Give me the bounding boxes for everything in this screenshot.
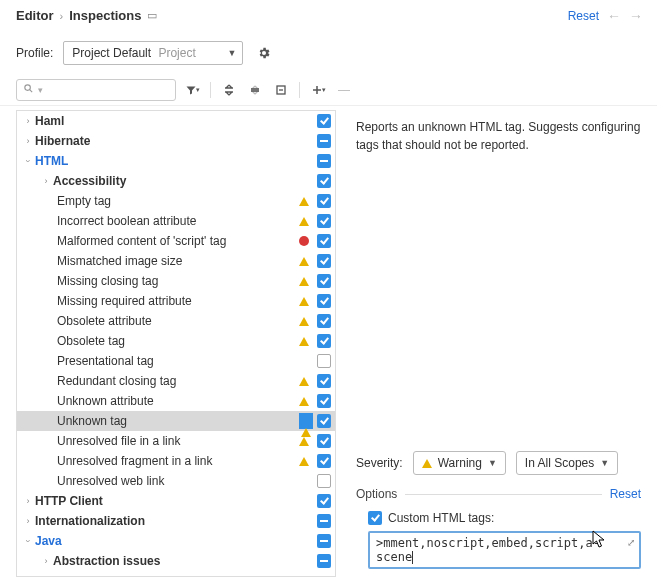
chevron-down-icon[interactable]: › — [23, 154, 33, 168]
checkbox[interactable] — [317, 394, 331, 408]
tree-leaf-unresolved-file[interactable]: Unresolved file in a link — [17, 431, 335, 451]
checkbox[interactable] — [317, 374, 331, 388]
collapse-all-icon[interactable] — [245, 80, 265, 100]
warning-icon — [299, 297, 309, 306]
text-caret — [412, 551, 413, 564]
tree-node-html[interactable]: › HTML — [17, 151, 335, 171]
checkbox[interactable] — [317, 354, 331, 368]
reset-button[interactable]: Reset — [568, 9, 599, 23]
tree-leaf-obsolete-tag[interactable]: Obsolete tag — [17, 331, 335, 351]
separator — [210, 82, 211, 98]
chevron-right-icon[interactable]: › — [39, 556, 53, 566]
profile-row: Profile: Project Default Project ▼ — [0, 27, 657, 75]
scope-select[interactable]: In All Scopes ▼ — [516, 451, 618, 475]
options-reset-button[interactable]: Reset — [610, 487, 641, 501]
tree-leaf-unknown-attr[interactable]: Unknown attribute — [17, 391, 335, 411]
checkbox[interactable] — [317, 114, 331, 128]
chevron-down-icon: ▼ — [600, 458, 609, 468]
severity-select[interactable]: Warning ▼ — [413, 451, 506, 475]
checkbox[interactable] — [317, 494, 331, 508]
reset-to-default-icon[interactable] — [271, 80, 291, 100]
checkbox[interactable] — [317, 154, 331, 168]
tree-leaf-obsolete-attr[interactable]: Obsolete attribute — [17, 311, 335, 331]
checkbox[interactable] — [317, 214, 331, 228]
breadcrumb-editor[interactable]: Editor — [16, 8, 54, 23]
chevron-right-icon[interactable]: › — [21, 136, 35, 146]
expand-all-icon[interactable] — [219, 80, 239, 100]
chevron-right-icon[interactable]: › — [21, 496, 35, 506]
tree-label: Accessibility — [53, 174, 315, 188]
top-right-controls: Reset ← → — [568, 8, 643, 24]
tree-node-hibernate[interactable]: › Hibernate — [17, 131, 335, 151]
scope-value: In All Scopes — [525, 456, 594, 470]
checkbox[interactable] — [317, 314, 331, 328]
checkbox[interactable] — [317, 474, 331, 488]
tree-node-http-client[interactable]: › HTTP Client — [17, 491, 335, 511]
checkbox[interactable] — [317, 294, 331, 308]
tree-node-java[interactable]: › Java — [17, 531, 335, 551]
checkbox[interactable] — [317, 334, 331, 348]
tree-leaf-empty-tag[interactable]: Empty tag — [17, 191, 335, 211]
checkbox[interactable] — [317, 454, 331, 468]
tree-leaf-presentational[interactable]: Presentational tag — [17, 351, 335, 371]
tree-node-i18n[interactable]: › Internationalization — [17, 511, 335, 531]
checkbox[interactable] — [317, 194, 331, 208]
chevron-down-icon[interactable]: › — [23, 534, 33, 548]
warning-icon — [299, 317, 309, 326]
tree-label: Unknown tag — [57, 414, 299, 428]
forward-arrow-icon: → — [629, 8, 643, 24]
tree-node-abstraction[interactable]: › Abstraction issues — [17, 551, 335, 571]
tree-label: Obsolete attribute — [57, 314, 299, 328]
chevron-right-icon[interactable]: › — [39, 176, 53, 186]
gear-icon[interactable] — [253, 42, 275, 64]
tree-label: Missing closing tag — [57, 274, 299, 288]
warning-icon — [299, 377, 309, 386]
tree-leaf-unresolved-web[interactable]: Unresolved web link — [17, 471, 335, 491]
expand-icon[interactable]: ⤢ — [627, 537, 635, 548]
severity-label: Severity: — [356, 456, 403, 470]
warning-icon — [299, 277, 309, 286]
tree-node-accessibility[interactable]: › Accessibility — [17, 171, 335, 191]
checkbox[interactable] — [317, 534, 331, 548]
search-input[interactable]: ▾ — [16, 79, 176, 101]
chevron-down-icon: ▾ — [38, 85, 43, 95]
checkbox[interactable] — [317, 254, 331, 268]
checkbox[interactable] — [317, 274, 331, 288]
tree-leaf-unknown-tag[interactable]: Unknown tag — [17, 411, 335, 431]
tree-leaf-malformed-script[interactable]: Malformed content of 'script' tag — [17, 231, 335, 251]
checkbox[interactable] — [317, 514, 331, 528]
tree-leaf-incorrect-boolean[interactable]: Incorrect boolean attribute — [17, 211, 335, 231]
checkbox[interactable] — [317, 134, 331, 148]
chevron-right-icon[interactable]: › — [21, 516, 35, 526]
inspection-tree[interactable]: › Haml › Hibernate › HTML › Accessibilit… — [16, 110, 336, 577]
tree-leaf-unresolved-fragment[interactable]: Unresolved fragment in a link — [17, 451, 335, 471]
remove-icon[interactable]: — — [334, 80, 354, 100]
checkbox[interactable] — [317, 234, 331, 248]
tree-label: Unresolved web link — [57, 474, 315, 488]
tree-label: Haml — [35, 114, 315, 128]
mouse-cursor-icon — [592, 530, 608, 550]
custom-tags-checkbox[interactable] — [368, 511, 382, 525]
tree-leaf-missing-closing[interactable]: Missing closing tag — [17, 271, 335, 291]
tree-leaf-mismatched-image[interactable]: Mismatched image size — [17, 251, 335, 271]
tree-leaf-redundant-closing[interactable]: Redundant closing tag — [17, 371, 335, 391]
profile-select[interactable]: Project Default Project ▼ — [63, 41, 243, 65]
warning-icon — [299, 337, 309, 346]
add-icon[interactable]: ▾ — [308, 80, 328, 100]
checkbox[interactable] — [317, 554, 331, 568]
checkbox[interactable] — [317, 434, 331, 448]
tree-label: HTML — [35, 154, 315, 168]
tree-leaf-missing-required[interactable]: Missing required attribute — [17, 291, 335, 311]
filter-icon[interactable]: ▾ — [182, 80, 202, 100]
tree-label: Unresolved file in a link — [57, 434, 299, 448]
tree-node-haml[interactable]: › Haml — [17, 111, 335, 131]
chevron-right-icon[interactable]: › — [21, 116, 35, 126]
checkbox[interactable] — [317, 174, 331, 188]
checkbox[interactable] — [317, 414, 331, 428]
breadcrumb-inspections: Inspections — [69, 8, 141, 23]
show-settings-icon[interactable]: ▭ — [147, 9, 157, 22]
tree-label: Obsolete tag — [57, 334, 299, 348]
tree-label: Mismatched image size — [57, 254, 299, 268]
breadcrumb: Editor › Inspections ▭ — [0, 0, 657, 27]
separator — [299, 82, 300, 98]
